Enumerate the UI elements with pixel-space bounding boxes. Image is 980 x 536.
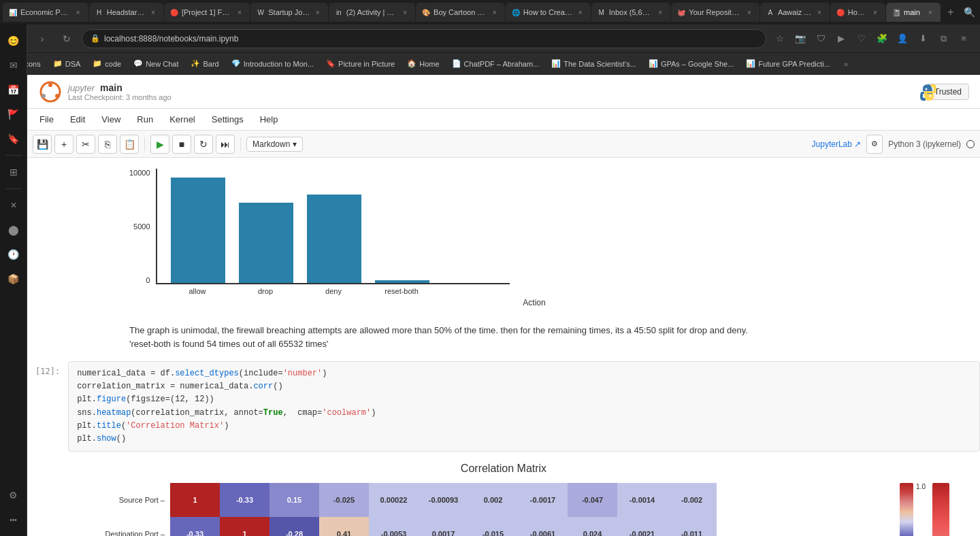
sidebar-icon-profile[interactable]: 😊 (3, 30, 24, 52)
tab-economic[interactable]: 📊 Economic Pe... × (3, 3, 88, 22)
sidebar-icon-box[interactable]: 📦 (3, 268, 24, 290)
screenshot-icon[interactable]: 📷 (792, 31, 808, 47)
download-icon[interactable]: ⬇ (915, 31, 931, 47)
code-cell-12: [12]: numerical_data = df.select_dtypes(… (27, 361, 980, 452)
restart-button[interactable]: ↻ (194, 135, 213, 154)
cell-type-dropdown[interactable]: Markdown ▾ (246, 137, 303, 152)
bookmark-chatpdf[interactable]: 📄 ChatPDF – Abraham... (446, 58, 545, 69)
bookmark-gpas[interactable]: 📊 GPAs – Google She... (643, 58, 739, 69)
split-icon[interactable]: ⧉ (935, 31, 951, 47)
menu-icon[interactable]: ≡ (956, 31, 972, 47)
tab-project1[interactable]: 🔴 [Project 1] Fa... × (164, 3, 250, 22)
sidebar-icon-settings[interactable]: ⚙ (3, 484, 24, 506)
sidebar-icon-calendar[interactable]: 📅 (3, 79, 24, 101)
add-cell-button[interactable]: + (54, 135, 74, 154)
tab-close-home[interactable]: × (870, 7, 880, 17)
tab-headstarter[interactable]: H Headstarter × (89, 3, 163, 22)
tab-close-main[interactable]: × (926, 7, 935, 17)
sidebar-icon-bookmark-heart[interactable]: 🔖 (3, 128, 24, 150)
sidebar-icon-circle[interactable]: ⬤ (3, 219, 24, 241)
new-tab-button[interactable]: + (941, 3, 960, 22)
bookmark-data-scientist[interactable]: 📊 The Data Scientist's... (546, 58, 642, 69)
tab-main[interactable]: 📓 main × (886, 3, 941, 22)
search-tabs-icon[interactable]: 🔍 (961, 4, 977, 20)
bookmark-dsa[interactable]: 📁 DSA (48, 58, 86, 69)
menu-file[interactable]: File (33, 112, 61, 127)
tab-your-repo[interactable]: 🐙 Your Reposito... × (671, 3, 760, 22)
tab-startup-jobs[interactable]: W Startup Jobs × (250, 3, 328, 22)
toolbar-sep-1 (144, 137, 145, 151)
bookmark-icon-code: 📁 (93, 59, 102, 68)
bookmark-intro-mon[interactable]: 💎 Introduction to Mon... (226, 58, 319, 69)
cut-button[interactable]: ✂ (76, 135, 95, 154)
menu-run[interactable]: Run (130, 112, 160, 127)
tab-home[interactable]: 🔴 Home × (830, 3, 885, 22)
tab-label-boy-cartoon: Boy Cartoon F... (434, 8, 487, 16)
tab-close-economic[interactable]: × (74, 7, 83, 17)
tab-activity[interactable]: in (2) Activity | A... × (329, 3, 415, 22)
tab-label-activity: (2) Activity | A... (346, 8, 397, 16)
bookmark-home-bm[interactable]: 🏠 Home (402, 58, 444, 69)
tab-close-boy-cartoon[interactable]: × (490, 7, 500, 17)
tab-close-aawaiz[interactable]: × (815, 7, 824, 17)
bar-chart-area (156, 169, 510, 284)
tab-favicon-boy-cartoon: 🎨 (421, 7, 431, 17)
fast-forward-button[interactable]: ⏭ (216, 135, 235, 154)
shield-icon[interactable]: 🛡 (813, 31, 829, 47)
address-input[interactable]: 🔒 localhost:8888/notebooks/main.ipynb (82, 29, 766, 48)
sidebar-icon-flag[interactable]: 🚩 (3, 103, 24, 125)
sidebar-icon-twitter[interactable]: ✕ (3, 195, 24, 216)
cell-sp-4: -0.025 (319, 483, 369, 517)
tab-close-how-create[interactable]: × (576, 7, 585, 17)
paste-button[interactable]: 📋 (120, 135, 139, 154)
bar-deny (307, 195, 361, 283)
extensions-icon[interactable]: 🧩 (874, 31, 890, 47)
tab-boy-cartoon[interactable]: 🎨 Boy Cartoon F... × (416, 3, 505, 22)
tab-close-project1[interactable]: × (235, 7, 244, 17)
menu-view[interactable]: View (95, 112, 127, 127)
copy-button[interactable]: ⎘ (98, 135, 117, 154)
jupyterlab-link[interactable]: JupyterLab ↗ (812, 139, 862, 149)
x-label-reset: reset-both (374, 287, 429, 295)
tab-close-startup-jobs[interactable]: × (313, 7, 323, 17)
menu-kernel[interactable]: Kernel (163, 112, 202, 127)
sidebar-icon-clock[interactable]: 🕐 (3, 244, 24, 265)
reload-button[interactable]: ↻ (57, 29, 76, 48)
tab-close-headstarter[interactable]: × (148, 7, 158, 17)
sidebar-icon-grid[interactable]: ⊞ (3, 161, 24, 183)
forward-button[interactable]: › (33, 29, 52, 48)
cell-content[interactable]: numerical_data = df.select_dtypes(includ… (68, 361, 980, 452)
sidebar-icon-mail[interactable]: ✉ (3, 54, 24, 76)
tab-inbox[interactable]: M Inbox (5,613) × (591, 3, 671, 22)
tab-how-create[interactable]: 🌐 How to Creat... × (506, 3, 591, 22)
tab-close-your-repo[interactable]: × (745, 7, 754, 17)
bookmark-picture[interactable]: 🔖 Picture in Picture (321, 58, 400, 69)
bookmark-future-gpa[interactable]: 📊 Future GPA Predicti... (740, 58, 836, 69)
toolbar-sep-2 (240, 137, 241, 151)
heart-icon[interactable]: ♡ (853, 31, 870, 47)
more-bookmarks[interactable]: » (838, 58, 853, 69)
play-icon[interactable]: ▶ (833, 31, 849, 47)
toolbar: 💾 + ✂ ⎘ 📋 ▶ ■ ↻ ⏭ Markdown ▾ JupyterLab … (27, 131, 980, 158)
profile-icon[interactable]: 👤 (894, 31, 911, 47)
bookmark-code[interactable]: 📁 code (87, 58, 127, 69)
menu-settings[interactable]: Settings (205, 112, 250, 127)
bookmark-new-chat[interactable]: 💬 New Chat (128, 58, 184, 69)
bookmark-icon-bard: ✨ (191, 59, 200, 68)
sidebar-icon-more[interactable]: ••• (3, 509, 24, 531)
kernel-info-button[interactable]: ⚙ (866, 135, 883, 154)
tab-close-activity[interactable]: × (400, 7, 410, 17)
menu-edit[interactable]: Edit (63, 112, 92, 127)
cell-sp-1: 1 (170, 483, 220, 517)
bookmark-label-new-chat: New Chat (146, 60, 178, 68)
stop-button[interactable]: ■ (172, 135, 191, 154)
colorbar-gradient (900, 483, 913, 536)
save-button[interactable]: 💾 (33, 135, 52, 154)
tab-aawaiz[interactable]: A Aawaiz Ali × (760, 3, 830, 22)
y-label-5000: 5000 (129, 222, 150, 231)
run-button[interactable]: ▶ (150, 135, 169, 154)
bookmark-bard[interactable]: ✨ Bard (185, 58, 224, 69)
menu-help[interactable]: Help (253, 112, 285, 127)
bookmark-icon[interactable]: ☆ (772, 31, 788, 47)
tab-close-inbox[interactable]: × (655, 7, 665, 17)
